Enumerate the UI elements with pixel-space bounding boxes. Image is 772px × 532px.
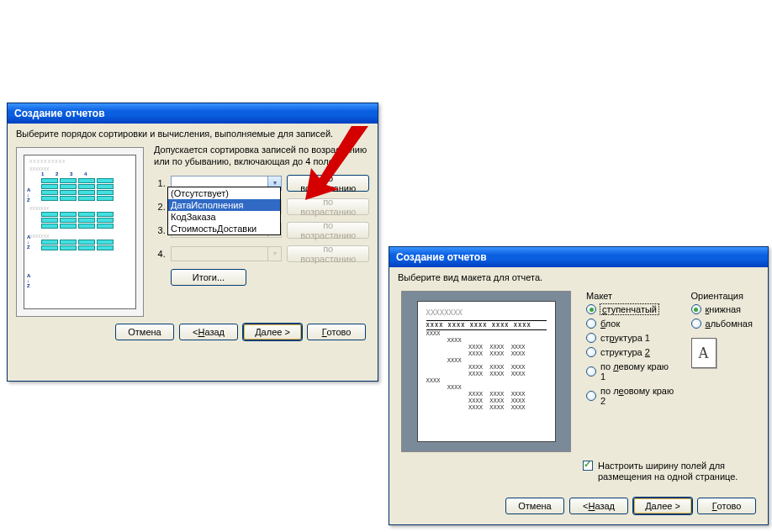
titlebar-sort: Создание отчетов — [8, 103, 378, 124]
sort-num-4: 4. — [154, 249, 166, 259]
orient-group-title: Ориентация — [691, 291, 756, 301]
svg-marker-0 — [305, 126, 368, 200]
radio-icon — [586, 304, 596, 314]
radio-landscape[interactable]: альбомная — [691, 319, 756, 329]
layout-preview: XXXXXXXX XXXX XXXX XXXX XXXX XXXX XXXX X… — [401, 291, 571, 452]
titlebar-layout: Создание отчетов — [389, 247, 768, 267]
radio-icon — [586, 391, 596, 401]
title-text-2: Создание отчетов — [396, 251, 487, 263]
preview-header: XXXX XXXX XXXX XXXX XXXX — [426, 320, 547, 330]
sort-num-2: 2. — [154, 202, 166, 212]
radio-struct1[interactable]: структура 1 — [586, 333, 676, 343]
preview-title: XXXXXXXX — [426, 308, 547, 317]
radio-portrait[interactable]: книжная — [691, 304, 756, 314]
radio-icon — [691, 319, 701, 329]
dropdown-opt-date[interactable]: ДатаИсполнения — [168, 199, 280, 211]
dropdown-opt-none[interactable]: (Отсутствует) — [168, 187, 280, 199]
preview-page: XXXXXXXXXX XXXXXXX 1 2 3 4 A↓Z XXXXXXX A… — [24, 155, 136, 309]
fit-width-label: Настроить ширину полей для размещения на… — [598, 461, 758, 482]
dropdown-opt-code[interactable]: КодЗаказа — [168, 211, 280, 223]
itogi-label: Итоги... — [193, 272, 225, 282]
finish-button[interactable]: Готово — [307, 324, 366, 340]
cancel-label-2: Отмена — [518, 501, 551, 511]
radio-icon — [586, 366, 596, 377]
asc-button-4: по возрастанию — [287, 245, 369, 262]
radio-icon — [586, 347, 596, 357]
radio-icon — [586, 333, 596, 343]
next-button[interactable]: Далее > — [243, 324, 302, 340]
chevron-down-icon: ▼ — [267, 247, 281, 261]
fit-width-check-row[interactable]: Настроить ширину полей для размещения на… — [583, 461, 759, 482]
radio-struct2[interactable]: структура 2 — [586, 347, 676, 357]
cancel-label: Отмена — [128, 327, 161, 337]
arrow-pointer-icon — [293, 126, 368, 202]
sort-row-4: 4. ▼ по возрастанию — [154, 245, 369, 262]
orient-radio-group: Ориентация книжная альбомная A — [691, 291, 756, 452]
preview-col-nums: 1 2 3 4 — [41, 171, 130, 177]
layout-instruction: Выберите вид макета для отчета. — [398, 272, 759, 282]
asc-button-3: по возрастанию — [287, 222, 369, 239]
sort-num-3: 3. — [154, 225, 166, 235]
cancel-button-2[interactable]: Отмена — [505, 498, 564, 514]
dropdown-opt-cost[interactable]: СтоимостьДоставки — [168, 223, 280, 234]
back-button-2[interactable]: < Назад — [569, 498, 628, 514]
radio-left1[interactable]: по левому краю 1 — [586, 361, 676, 382]
sort-combo-4: ▼ — [171, 246, 283, 261]
layout-content: XXXXXXXX XXXX XXXX XXXX XXXX XXXX XXXX X… — [398, 287, 759, 452]
checkbox-icon — [583, 461, 593, 471]
next-button-2[interactable]: Далее > — [633, 498, 692, 514]
cancel-button[interactable]: Отмена — [115, 324, 174, 340]
radio-stepped[interactable]: ступенчатый — [586, 304, 676, 314]
sort-button-bar: Отмена < Назад Далее > Готово — [16, 317, 369, 344]
title-text: Создание отчетов — [14, 108, 105, 119]
radio-left2[interactable]: по леовому краю 2 — [586, 386, 676, 406]
layout-preview-page: XXXXXXXX XXXX XXXX XXXX XXXX XXXX XXXX X… — [417, 301, 556, 442]
sort-num-1: 1. — [154, 178, 166, 188]
finish-button-2[interactable]: Готово — [697, 498, 756, 514]
radio-icon — [586, 319, 596, 329]
layout-radio-group: Макет ступенчатый блок структура 1 струк… — [586, 291, 676, 452]
radio-block[interactable]: блок — [586, 319, 676, 329]
dialog-layout-body: Выберите вид макета для отчета. XXXXXXXX… — [389, 267, 768, 524]
sort-preview: XXXXXXXXXX XXXXXXX 1 2 3 4 A↓Z XXXXXXX A… — [16, 147, 144, 317]
sort-dropdown-list[interactable]: (Отсутствует) ДатаИсполнения КодЗаказа С… — [167, 187, 281, 235]
itogi-button[interactable]: Итоги... — [171, 269, 246, 286]
dialog-layout: Создание отчетов Выберите вид макета для… — [389, 246, 769, 525]
page-orientation-icon: A — [691, 338, 716, 368]
layout-group-title: Макет — [586, 291, 676, 301]
radio-icon — [691, 304, 701, 314]
back-button[interactable]: < Назад — [179, 324, 238, 340]
layout-button-bar: Отмена < Назад Далее > Готово — [398, 491, 759, 518]
